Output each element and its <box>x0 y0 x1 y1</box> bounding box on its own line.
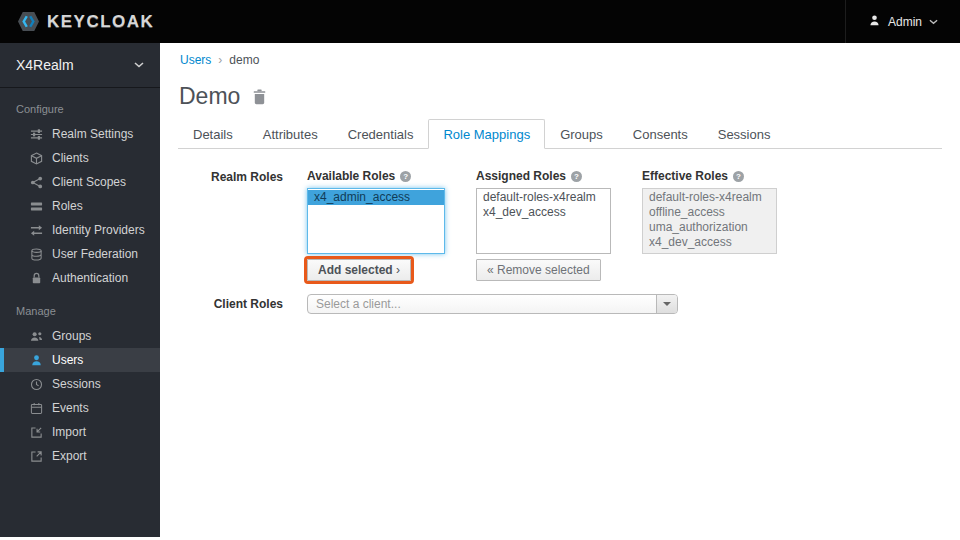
admin-user-label: Admin <box>888 15 922 29</box>
list-icon <box>30 200 43 213</box>
assigned-roles-column: Assigned Roles ? default-roles-x4realm x… <box>476 169 611 281</box>
sidebar-item-events[interactable]: Events <box>0 396 160 420</box>
sliders-icon <box>30 128 43 141</box>
sidebar-item-label: Realm Settings <box>52 127 133 141</box>
calendar-icon <box>30 402 43 415</box>
effective-roles-column: Effective Roles ? default-roles-x4realm … <box>642 169 777 281</box>
page-title: Demo <box>179 83 240 110</box>
user-icon <box>868 14 881 30</box>
realm-selector[interactable]: X4Realm <box>0 43 160 88</box>
cube-icon <box>30 152 43 165</box>
user-icon <box>30 354 43 367</box>
combo-dropdown-button[interactable] <box>656 295 677 313</box>
clock-icon <box>30 378 43 391</box>
chevron-down-icon <box>134 62 144 68</box>
effective-role-item: x4_dev_access <box>643 235 776 250</box>
sidebar-item-realm-settings[interactable]: Realm Settings <box>0 122 160 146</box>
chevron-down-icon <box>929 19 938 25</box>
available-roles-column: Available Roles ? x4_admin_access Add se… <box>307 169 445 281</box>
assigned-roles-heading: Assigned Roles <box>476 169 566 183</box>
breadcrumb-current: demo <box>229 53 259 67</box>
question-circle-icon[interactable]: ? <box>400 171 411 182</box>
admin-user-menu[interactable]: Admin <box>845 0 960 43</box>
caret-down-icon <box>663 302 671 306</box>
sidebar-item-label: Groups <box>52 329 91 343</box>
sidebar-item-sessions[interactable]: Sessions <box>0 372 160 396</box>
sidebar-item-users[interactable]: Users <box>0 348 160 372</box>
tab-details[interactable]: Details <box>178 119 248 149</box>
exchange-icon <box>30 224 43 237</box>
tab-attributes[interactable]: Attributes <box>248 119 333 149</box>
brand-text: KEYCLOAK <box>47 12 154 32</box>
sidebar-item-client-scopes[interactable]: Client Scopes <box>0 170 160 194</box>
top-bar: KEYCLOAK Admin <box>0 0 960 43</box>
sidebar-item-label: Events <box>52 401 89 415</box>
tab-credentials[interactable]: Credentials <box>333 119 429 149</box>
sidebar-item-identity-providers[interactable]: Identity Providers <box>0 218 160 242</box>
effective-role-item: default-roles-x4realm <box>643 190 776 205</box>
effective-roles-heading: Effective Roles <box>642 169 728 183</box>
client-select-combobox[interactable]: Select a client... <box>307 294 678 314</box>
effective-role-item: offline_access <box>643 205 776 220</box>
remove-selected-button[interactable]: « Remove selected <box>476 259 601 281</box>
tab-groups[interactable]: Groups <box>545 119 618 149</box>
sidebar-item-label: Export <box>52 449 87 463</box>
sidebar-item-export[interactable]: Export <box>0 444 160 468</box>
sidebar-item-label: Clients <box>52 151 89 165</box>
assigned-role-option[interactable]: x4_dev_access <box>477 205 610 220</box>
main-content: Users › demo Demo Details Attributes Cre… <box>160 43 960 540</box>
sidebar-item-authentication[interactable]: Authentication <box>0 266 160 290</box>
tab-sessions[interactable]: Sessions <box>703 119 786 149</box>
sidebar-item-label: Roles <box>52 199 83 213</box>
breadcrumb-users-link[interactable]: Users <box>180 53 211 67</box>
effective-roles-listbox: default-roles-x4realm offline_access uma… <box>642 188 777 254</box>
sidebar-item-label: Authentication <box>52 271 128 285</box>
add-selected-button[interactable]: Add selected › <box>307 259 411 281</box>
tab-bar: Details Attributes Credentials Role Mapp… <box>178 119 942 149</box>
sidebar-section-configure: Configure <box>16 103 160 115</box>
breadcrumb: Users › demo <box>180 53 960 67</box>
sidebar-section-manage: Manage <box>16 305 160 317</box>
sidebar-item-label: User Federation <box>52 247 138 261</box>
sidebar-item-label: Users <box>52 353 83 367</box>
database-icon <box>30 248 43 261</box>
sidebar-item-roles[interactable]: Roles <box>0 194 160 218</box>
tab-consents[interactable]: Consents <box>618 119 703 149</box>
sidebar-item-label: Import <box>52 425 86 439</box>
sidebar-item-import[interactable]: Import <box>0 420 160 444</box>
client-select-placeholder: Select a client... <box>308 297 656 311</box>
role-mappings-form: Realm Roles Available Roles ? x4_admin_a… <box>178 169 942 314</box>
available-role-option[interactable]: x4_admin_access <box>308 190 444 205</box>
tab-role-mappings[interactable]: Role Mappings <box>428 119 545 149</box>
client-roles-label: Client Roles <box>178 297 283 311</box>
sidebar-item-clients[interactable]: Clients <box>0 146 160 170</box>
share-nodes-icon <box>30 176 43 189</box>
sidebar: X4Realm Configure Realm Settings Clients… <box>0 43 160 537</box>
sidebar-item-label: Client Scopes <box>52 175 126 189</box>
realm-roles-label: Realm Roles <box>178 169 283 281</box>
breadcrumb-separator: › <box>218 53 222 67</box>
export-icon <box>30 450 43 463</box>
lock-icon <box>30 272 43 285</box>
question-circle-icon[interactable]: ? <box>733 171 744 182</box>
keycloak-logo[interactable]: KEYCLOAK <box>0 11 154 32</box>
sidebar-item-groups[interactable]: Groups <box>0 324 160 348</box>
assigned-roles-listbox[interactable]: default-roles-x4realm x4_dev_access <box>476 188 611 254</box>
effective-role-item: uma_authorization <box>643 220 776 235</box>
trash-icon[interactable] <box>252 89 267 105</box>
question-circle-icon[interactable]: ? <box>571 171 582 182</box>
import-icon <box>30 426 43 439</box>
groups-icon <box>30 330 43 343</box>
available-roles-listbox[interactable]: x4_admin_access <box>307 188 445 254</box>
assigned-role-option[interactable]: default-roles-x4realm <box>477 190 610 205</box>
keycloak-hexagon-icon <box>17 11 40 32</box>
chevron-right-icon: › <box>396 263 400 277</box>
sidebar-item-label: Identity Providers <box>52 223 145 237</box>
available-roles-heading: Available Roles <box>307 169 395 183</box>
sidebar-item-label: Sessions <box>52 377 101 391</box>
sidebar-item-user-federation[interactable]: User Federation <box>0 242 160 266</box>
realm-selector-label: X4Realm <box>16 57 74 73</box>
